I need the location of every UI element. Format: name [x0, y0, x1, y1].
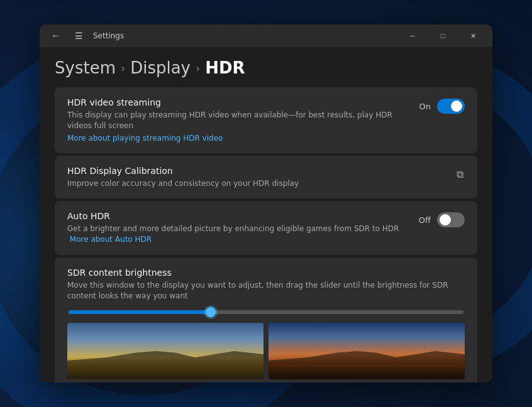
content-area: System › Display › HDR HDR video streami… [40, 47, 492, 383]
title-bar-left: ← ☰ Settings [47, 28, 124, 44]
breadcrumb-sep-1: › [121, 62, 125, 75]
hdr-video-title: HDR video streaming [67, 97, 412, 107]
auto-hdr-card: Auto HDR Get a brighter and more detaile… [55, 201, 477, 255]
sdr-slider-thumb[interactable] [206, 307, 216, 317]
breadcrumb-system[interactable]: System [55, 58, 116, 77]
hdr-video-toggle[interactable] [437, 99, 465, 114]
hamburger-button[interactable]: ☰ [71, 28, 87, 43]
hdr-video-row: HDR video streaming This display can pla… [67, 97, 465, 143]
hdr-calibration-row: HDR Display Calibration Improve color ac… [67, 166, 465, 189]
hdr-video-card: HDR video streaming This display can pla… [55, 87, 477, 153]
breadcrumb-hdr: HDR [205, 58, 245, 77]
sdr-brightness-card: SDR content brightness Move this window … [55, 258, 477, 383]
sdr-preview-row [67, 323, 465, 379]
hdr-video-text: HDR video streaming This display can pla… [67, 97, 412, 143]
auto-hdr-text: Auto HDR Get a brighter and more detaile… [67, 211, 411, 245]
settings-window: ← ☰ Settings ─ □ ✕ System › Display › HD… [40, 24, 492, 383]
window-title: Settings [93, 31, 124, 40]
external-link-icon[interactable]: ⧉ [455, 167, 465, 182]
title-bar-controls: ─ □ ✕ [398, 26, 487, 45]
auto-hdr-control: Off [419, 211, 465, 227]
hdr-calibration-title: HDR Display Calibration [67, 166, 448, 176]
auto-hdr-link[interactable]: More about Auto HDR [70, 235, 152, 244]
breadcrumb: System › Display › HDR [55, 47, 477, 87]
hdr-video-link[interactable]: More about playing streaming HDR video [67, 134, 223, 143]
auto-hdr-toggle[interactable] [437, 212, 465, 227]
hdr-video-desc: This display can play streaming HDR vide… [67, 110, 412, 131]
breadcrumb-display[interactable]: Display [130, 58, 191, 77]
sdr-slider-container [67, 310, 465, 314]
auto-hdr-title: Auto HDR [67, 211, 411, 221]
hdr-video-toggle-thumb [451, 100, 462, 112]
sdr-brightness-desc: Move this window to the display you want… [67, 280, 465, 301]
minimize-button[interactable]: ─ [398, 26, 427, 45]
hdr-video-control: On [419, 97, 465, 114]
sdr-preview-left [67, 323, 263, 379]
hdr-calibration-control: ⧉ [455, 166, 465, 182]
sdr-slider-fill [69, 310, 211, 314]
sdr-slider-track[interactable] [69, 310, 463, 314]
title-bar: ← ☰ Settings ─ □ ✕ [40, 24, 492, 47]
maximize-button[interactable]: □ [428, 26, 457, 45]
back-button[interactable]: ← [47, 28, 65, 44]
hdr-calibration-card: HDR Display Calibration Improve color ac… [55, 156, 477, 199]
sdr-brightness-title: SDR content brightness [67, 268, 465, 278]
close-button[interactable]: ✕ [458, 26, 487, 45]
hdr-calibration-desc: Improve color accuracy and consistency o… [67, 178, 448, 189]
auto-hdr-desc: Get a brighter and more detailed picture… [67, 224, 411, 245]
sdr-preview-right [269, 323, 465, 379]
auto-hdr-row: Auto HDR Get a brighter and more detaile… [67, 211, 465, 245]
hdr-video-state-label: On [419, 102, 431, 111]
breadcrumb-sep-2: › [196, 62, 200, 75]
hdr-calibration-text: HDR Display Calibration Improve color ac… [67, 166, 448, 189]
auto-hdr-state-label: Off [419, 215, 431, 225]
auto-hdr-toggle-thumb [440, 214, 451, 225]
